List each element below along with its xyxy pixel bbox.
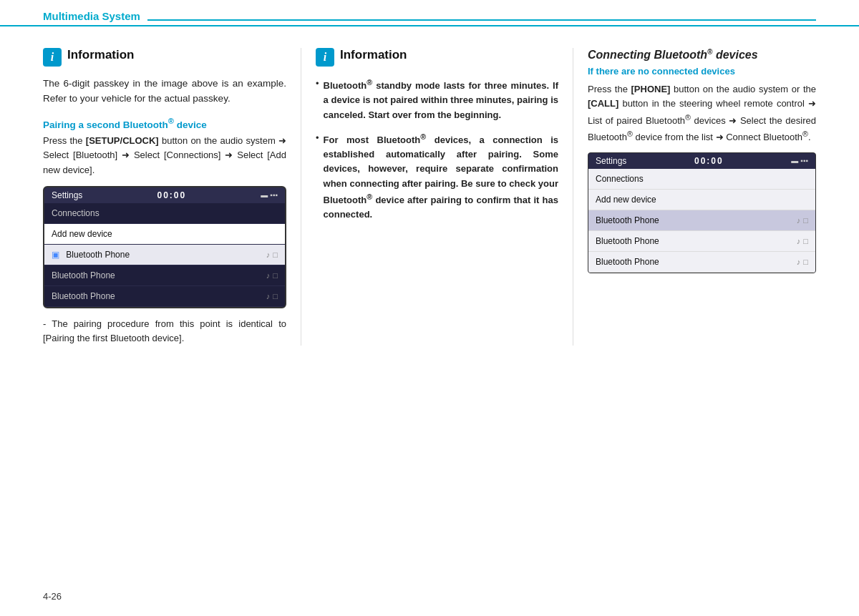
screen-row2-bt-2: Bluetooth Phone ♪ □: [588, 231, 815, 252]
screen-icons-2: ▬ ▪▪▪: [791, 157, 808, 165]
bt2-label-1: Bluetooth Phone: [596, 215, 659, 225]
phone-icon-2: □: [273, 271, 278, 280]
music-icon-1: ♪: [266, 250, 271, 259]
signal-icon: ▪▪▪: [270, 191, 278, 199]
info-body-1: The 6-digit passkey in the image above i…: [43, 77, 286, 107]
screen-row2-add-new: Add new device: [588, 190, 815, 210]
add-new-label: Add new device: [52, 229, 112, 239]
phone-icon-3: □: [273, 292, 278, 300]
screen-title-1: Settings: [52, 190, 82, 200]
info-title-2: Information: [340, 48, 407, 62]
screen-row-inner-1: ▣ Bluetooth Phone ♪ □: [52, 250, 278, 260]
battery-icon-2: ▬: [791, 157, 798, 165]
bt2-label-2: Bluetooth Phone: [596, 236, 659, 246]
signal-icon-2: ▪▪▪: [800, 157, 808, 165]
screen-header-2: Settings 00:00 ▬ ▪▪▪: [588, 153, 815, 169]
phone2-icon-2: □: [803, 237, 808, 245]
page-header: Multimedia System: [0, 0, 859, 26]
music2-icon-2: ♪: [797, 237, 801, 245]
screen-row2-bt-1: Bluetooth Phone ♪ □: [588, 210, 815, 231]
music-icon-2: ♪: [266, 271, 271, 280]
info-title-1: Information: [67, 48, 135, 62]
bt-label-2: Bluetooth Phone: [52, 270, 115, 280]
screen-row2-bt-3: Bluetooth Phone ♪ □: [588, 252, 815, 273]
screen-time-1: 00:00: [157, 190, 187, 200]
screen-mockup-1: Settings 00:00 ▬ ▪▪▪ Connections Add new…: [43, 186, 286, 308]
info-box-2: i Information: [316, 48, 558, 67]
screen-row2-connections: Connections: [588, 169, 815, 190]
screen-time-2: 00:00: [694, 156, 724, 166]
battery-icon: ▬: [261, 191, 268, 199]
info-icon-2: i: [316, 48, 334, 67]
info-icon-1: i: [43, 48, 62, 67]
bt2-label-3: Bluetooth Phone: [596, 257, 659, 267]
screen-row-connections: Connections: [44, 203, 285, 224]
bullet-strong-1: Bluetooth® standby mode lasts for three …: [324, 77, 558, 122]
info-box-1: i Information: [43, 48, 286, 67]
screen-row-inner-2: Bluetooth Phone ♪ □: [52, 270, 278, 280]
bt-icons-2: ♪ □: [266, 271, 278, 280]
bt-icons-3: ♪ □: [266, 292, 278, 300]
screen-icons-1: ▬ ▪▪▪: [261, 191, 278, 199]
music2-icon-3: ♪: [797, 258, 801, 266]
screen-row-bt-2: Bluetooth Phone ♪ □: [44, 265, 285, 286]
bt-label-3: Bluetooth Phone: [52, 291, 115, 301]
add-new-label-2: Add new device: [596, 195, 656, 205]
column-1: i Information The 6-digit passkey in the…: [43, 48, 301, 346]
music2-icon-1: ♪: [797, 216, 801, 225]
if-text: If there are no connected devices: [588, 66, 816, 77]
screen-row-add-new: Add new device: [44, 224, 285, 245]
screen-row-inner-3: Bluetooth Phone ♪ □: [52, 291, 278, 301]
screen-title-2: Settings: [596, 156, 626, 166]
col3-body: Press the [PHONE] button on the audio sy…: [588, 82, 816, 145]
phone-icon-1: □: [273, 250, 278, 259]
connecting-title: Connecting Bluetooth® devices: [588, 48, 816, 62]
bullet-item-2: For most Bluetooth® devices, a connectio…: [316, 131, 558, 223]
phone2-icon-3: □: [803, 258, 808, 266]
connections-label: Connections: [52, 208, 100, 218]
connections-label-2: Connections: [596, 174, 644, 184]
main-content: i Information The 6-digit passkey in the…: [0, 26, 859, 360]
bullet-item-1: Bluetooth® standby mode lasts for three …: [316, 77, 558, 122]
screen-row-bt-3: Bluetooth Phone ♪ □: [44, 286, 285, 307]
page-number: 4-26: [43, 591, 62, 602]
bt2-icons-3: ♪ □: [797, 258, 808, 266]
bt2-icons-1: ♪ □: [797, 216, 808, 225]
header-title: Multimedia System: [43, 10, 140, 22]
column-2: i Information Bluetooth® standby mode la…: [301, 48, 573, 346]
page-footer: 4-26: [43, 591, 62, 602]
screen-row-bt-1: ▣ Bluetooth Phone ♪ □: [44, 245, 285, 265]
screen-mockup-2: Settings 00:00 ▬ ▪▪▪ Connections Add new…: [588, 152, 816, 273]
bt-icons-1: ♪ □: [266, 250, 278, 259]
bt2-icons-2: ♪ □: [797, 237, 808, 245]
phone2-icon-1: □: [803, 216, 808, 225]
subheading-1: Pairing a second Bluetooth® device: [43, 117, 286, 130]
header-divider: [147, 19, 816, 21]
column-3: Connecting Bluetooth® devices If there a…: [573, 48, 816, 346]
screen-row2-inner-1: Bluetooth Phone ♪ □: [596, 215, 808, 225]
body-text-1: Press the [SETUP/CLOCK] button on the au…: [43, 134, 286, 177]
bullet-list-1: Bluetooth® standby mode lasts for three …: [316, 77, 558, 222]
dash-note-1: - The pairing procedure from this point …: [43, 317, 286, 346]
screen-header-1: Settings 00:00 ▬ ▪▪▪: [44, 187, 285, 203]
active-icon: ▣: [52, 250, 59, 260]
music-icon-3: ♪: [266, 292, 271, 300]
screen-row2-inner-2: Bluetooth Phone ♪ □: [596, 236, 808, 246]
bt-label-1: ▣ Bluetooth Phone: [52, 250, 130, 260]
bullet-strong-2: For most Bluetooth® devices, a connectio…: [324, 131, 558, 223]
screen-row2-inner-3: Bluetooth Phone ♪ □: [596, 257, 808, 267]
